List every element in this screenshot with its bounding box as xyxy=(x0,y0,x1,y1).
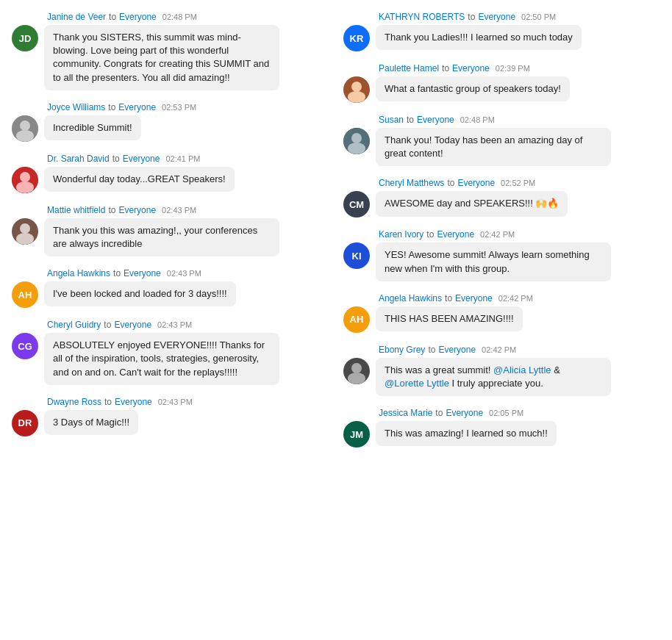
message-item: Cheryl Matthews to Everyone02:52 PMCMAWE… xyxy=(343,178,660,217)
sender-name: Dwayne Ross xyxy=(47,397,101,407)
message-body: JMThis was amazing! I learned so much!! xyxy=(343,421,660,447)
recipient: Everyone xyxy=(446,408,483,418)
message-bubble: This was a great summit! @Alicia Lyttle … xyxy=(376,358,611,396)
to-text: to xyxy=(104,320,111,330)
message-bubble: Incredible Summit! xyxy=(44,115,141,140)
avatar-photo xyxy=(12,167,38,193)
timestamp: 02:43 PM xyxy=(157,320,192,329)
message-bubble: Thank you this was amazing!,, your confe… xyxy=(44,218,279,256)
message-item: Paulette Hamel to Everyone02:39 PMWhat a… xyxy=(343,63,660,103)
message-bubble: Thank you Ladies!!! I learned so much to… xyxy=(376,25,582,50)
timestamp: 02:52 PM xyxy=(501,179,535,187)
timestamp: 02:50 PM xyxy=(521,12,556,21)
chat-container: Janine de Veer to Everyone02:48 PMJDThan… xyxy=(12,12,660,447)
timestamp: 02:41 PM xyxy=(165,154,200,163)
message-bubble: What a fantastic group of speakers today… xyxy=(376,76,570,101)
timestamp: 02:42 PM xyxy=(482,345,516,354)
message-item: KATHRYN ROBERTS to Everyone02:50 PMKRTha… xyxy=(343,12,660,51)
message-header: KATHRYN ROBERTS to Everyone02:50 PM xyxy=(343,12,660,22)
to-text: to xyxy=(108,205,115,215)
sender-name: Joyce Williams xyxy=(47,102,105,112)
avatar-photo xyxy=(343,358,370,384)
to-text: to xyxy=(426,229,434,240)
recipient: Everyone xyxy=(118,205,156,215)
message-body: AHTHIS HAS BEEN AMAZING!!!! xyxy=(343,306,660,333)
to-text: to xyxy=(468,12,475,22)
avatar: AH xyxy=(343,306,370,333)
message-body: Wonderful day today...GREAT Speakers! xyxy=(12,167,329,193)
message-header: Angela Hawkins to Everyone02:42 PM xyxy=(343,293,660,303)
message-item: Dr. Sarah David to Everyone02:41 PMWonde… xyxy=(12,154,329,193)
message-body: Thank you this was amazing!,, your confe… xyxy=(12,218,329,256)
message-item: Angela Hawkins to Everyone02:43 PMAHI've… xyxy=(12,268,329,308)
message-item: Angela Hawkins to Everyone02:42 PMAHTHIS… xyxy=(343,293,660,333)
message-item: Cheryl Guidry to Everyone02:43 PMCGABSOL… xyxy=(12,320,329,385)
message-header: Ebony Grey to Everyone02:42 PM xyxy=(343,345,660,355)
to-text: to xyxy=(435,408,443,418)
to-text: to xyxy=(113,268,121,278)
recipient: Everyone xyxy=(438,345,476,355)
avatar: KI xyxy=(343,242,370,269)
avatar xyxy=(12,167,38,193)
avatar-photo xyxy=(343,76,370,103)
message-body: Incredible Summit! xyxy=(12,115,329,142)
sender-name: Cheryl Guidry xyxy=(47,320,101,330)
avatar: AH xyxy=(12,281,38,308)
message-header: Mattie whitfield to Everyone02:43 PM xyxy=(12,205,329,215)
timestamp: 02:43 PM xyxy=(167,269,201,278)
message-header: Cheryl Matthews to Everyone02:52 PM xyxy=(343,178,660,188)
message-bubble: 3 Days of Magic!!! xyxy=(44,410,138,435)
recipient: Everyone xyxy=(119,12,157,22)
message-body: AHI've been locked and loaded for 3 days… xyxy=(12,281,329,308)
recipient: Everyone xyxy=(457,178,495,188)
avatar: DR xyxy=(12,410,38,436)
sender-name: Paulette Hamel xyxy=(379,63,439,73)
avatar-photo xyxy=(343,128,370,154)
to-text: to xyxy=(442,63,449,73)
message-header: Jessica Marie to Everyone02:05 PM xyxy=(343,408,660,418)
timestamp: 02:42 PM xyxy=(498,294,533,303)
sender-name: Ebony Grey xyxy=(379,345,425,355)
to-text: to xyxy=(447,178,454,188)
recipient: Everyone xyxy=(118,102,156,112)
to-text: to xyxy=(109,12,116,22)
message-bubble: AWESOME day and SPEAKERS!!! 🙌🔥 xyxy=(376,191,568,216)
message-bubble: ABSOLUTELY enjoyed EVERYONE!!!! Thanks f… xyxy=(44,333,279,385)
recipient: Everyone xyxy=(115,397,152,407)
sender-name: Angela Hawkins xyxy=(47,268,110,278)
to-text: to xyxy=(407,115,414,125)
to-text: to xyxy=(108,102,115,112)
message-body: KRThank you Ladies!!! I learned so much … xyxy=(343,25,660,51)
message-body: Thank you! Today has been an amazing day… xyxy=(343,128,660,166)
timestamp: 02:43 PM xyxy=(162,206,196,215)
message-item: Mattie whitfield to Everyone02:43 PMThan… xyxy=(12,205,329,256)
avatar-photo xyxy=(12,218,38,245)
avatar xyxy=(12,115,38,142)
message-item: Joyce Williams to Everyone02:53 PMIncred… xyxy=(12,102,329,142)
recipient: Everyone xyxy=(114,320,151,330)
message-item: Susan to Everyone02:48 PMThank you! Toda… xyxy=(343,115,660,166)
sender-name: Jessica Marie xyxy=(379,408,432,418)
message-header: Karen Ivory to Everyone02:42 PM xyxy=(343,229,660,240)
message-body: JDThank you SISTERS, this summit was min… xyxy=(12,25,329,90)
to-text: to xyxy=(104,397,112,407)
avatar xyxy=(343,76,370,103)
sender-name: Susan xyxy=(379,115,404,125)
avatar-photo xyxy=(12,115,38,142)
avatar xyxy=(12,218,38,245)
avatar: CG xyxy=(12,333,38,359)
message-header: Joyce Williams to Everyone02:53 PM xyxy=(12,102,329,112)
to-text: to xyxy=(445,293,452,303)
message-header: Cheryl Guidry to Everyone02:43 PM xyxy=(12,320,329,330)
message-bubble: Thank you SISTERS, this summit was mind-… xyxy=(44,25,279,90)
message-body: CGABSOLUTELY enjoyed EVERYONE!!!! Thanks… xyxy=(12,333,329,385)
sender-name: Janine de Veer xyxy=(47,12,106,22)
message-header: Janine de Veer to Everyone02:48 PM xyxy=(12,12,329,22)
timestamp: 02:53 PM xyxy=(162,103,196,112)
recipient: Everyone xyxy=(452,63,490,73)
sender-name: Dr. Sarah David xyxy=(47,154,110,164)
avatar xyxy=(343,128,370,154)
recipient: Everyone xyxy=(437,229,474,240)
sender-name: KATHRYN ROBERTS xyxy=(379,12,465,22)
avatar: JM xyxy=(343,421,370,447)
